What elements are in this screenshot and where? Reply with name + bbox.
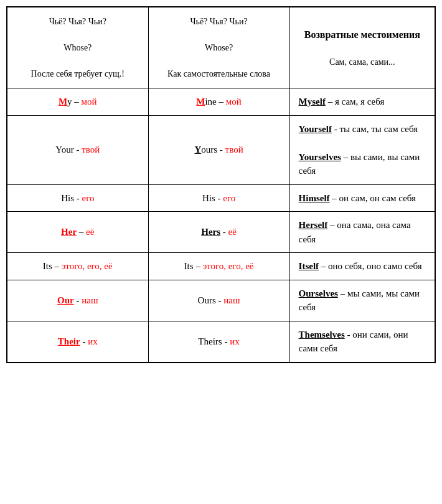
cell-itself: Itself – оно себя, оно само себя [289, 253, 435, 280]
header-col1-line1: Чьё? Чья? Чьи? [14, 15, 142, 28]
table-row: Her – её Hers - её Herself – она сама, о… [7, 212, 435, 253]
cell-himself: Himself – он сам, он сам себя [289, 184, 435, 212]
cell-myself: Myself – я сам, я себя [289, 88, 435, 116]
cell-themselves: Themselves - они сами, они сами себя [289, 321, 435, 363]
table-row: Our - наш Ours - наш Ourselves – мы сами… [7, 280, 435, 321]
our-dash: - [74, 295, 82, 305]
header-col3: Возвратные местоимения Сам, сама, сами..… [289, 7, 435, 88]
cell-my: My – мой [7, 88, 148, 116]
header-col3-title: Возвратные местоимения [296, 27, 428, 42]
theirs-pronoun: Theirs [198, 336, 222, 346]
my-pronoun-prefix: M [59, 97, 67, 107]
cell-his-ind: His - его [148, 184, 289, 212]
header-col2-line3: Как самостоятельные слова [155, 67, 283, 80]
its-poss-pronoun: Its [43, 261, 52, 271]
header-col1: Чьё? Чья? Чьи? Whose? После себя требует… [7, 7, 148, 88]
table-row: My – мой Mine – мой Myself – я сам, я се… [7, 88, 435, 116]
cell-its-ind: Its – этого, его, её [148, 253, 289, 280]
main-table-container: Чьё? Чья? Чьи? Whose? После себя требует… [6, 6, 436, 363]
itself-pronoun: Itself [299, 261, 319, 271]
table-row: Its – этого, его, её Its – этого, его, е… [7, 253, 435, 280]
her-poss-pronoun: Her [61, 227, 77, 237]
cell-herself: Herself – она сама, она сама себя [289, 212, 435, 253]
its-ind-translation: этого, его, её [203, 261, 254, 271]
yourself-translation: - ты сам, ты сам себя [332, 124, 418, 134]
his-poss-pronoun: His [61, 193, 74, 203]
header-col2-line2: Whose? [155, 41, 283, 54]
his-poss-translation: его [82, 193, 94, 203]
its-poss-translation: этого, его, её [62, 261, 113, 271]
cell-their: Their - их [7, 321, 148, 363]
table-row: Their - их Theirs - их Themselves - они … [7, 321, 435, 363]
cell-her-poss: Her – её [7, 212, 148, 253]
myself-pronoun: Myself [299, 97, 326, 107]
ourselves-pronoun: Ourselves [299, 288, 338, 298]
theirs-translation: их [230, 336, 240, 346]
yourself-pronoun: Yourself [299, 124, 332, 134]
cell-ourselves: Ourselves – мы сами, мы сами себя [289, 280, 435, 321]
his-ind-translation: его [223, 193, 235, 203]
pronouns-table: Чьё? Чья? Чьи? Whose? После себя требует… [6, 6, 436, 363]
our-pronoun: Our [57, 295, 74, 305]
header-col3-subtitle: Сам, сама, сами... [296, 55, 428, 69]
my-pronoun-rest: y [67, 97, 72, 107]
mine-pronoun-prefix: M [196, 97, 205, 107]
hers-translation: её [228, 227, 237, 237]
your-translation: твой [82, 145, 100, 155]
himself-pronoun: Himself [299, 193, 330, 203]
cell-your: Your - твой [7, 115, 148, 184]
cell-mine: Mine – мой [148, 88, 289, 116]
cell-hers: Hers - её [148, 212, 289, 253]
mine-pronoun-rest: ine [205, 97, 216, 107]
its-ind-pronoun: Its [184, 261, 194, 271]
cell-yours: Yours - твой [148, 115, 289, 184]
their-dash: - [80, 336, 88, 346]
ours-translation: наш [223, 295, 240, 305]
cell-ours: Ours - наш [148, 280, 289, 321]
itself-translation: – оно себя, оно само себя [319, 261, 422, 271]
yourselves-pronoun: Yourselves [299, 152, 341, 162]
our-translation: наш [82, 295, 98, 305]
themselves-pronoun: Themselves [299, 330, 345, 340]
herself-pronoun: Herself [299, 220, 328, 230]
hers-pronoun: Hers [201, 227, 220, 237]
header-col2: Чьё? Чья? Чьи? Whose? Как самостоятельны… [148, 7, 289, 88]
cell-his-poss: His - его [7, 184, 148, 212]
cell-theirs: Theirs - их [148, 321, 289, 363]
their-pronoun: Their [58, 336, 80, 346]
my-translation: мой [82, 97, 97, 107]
hers-dash: - [220, 227, 228, 237]
your-pronoun: Your [55, 145, 73, 155]
cell-its-poss: Its – этого, его, её [7, 253, 148, 280]
mine-translation: мой [226, 97, 242, 107]
cell-our: Our - наш [7, 280, 148, 321]
yours-pronoun: Y [194, 145, 201, 155]
her-poss-translation: её [86, 227, 94, 237]
header-col2-line1: Чьё? Чья? Чьи? [155, 15, 283, 28]
their-translation: их [88, 336, 98, 346]
table-row: His - его His - его Himself – он сам, он… [7, 184, 435, 212]
himself-translation: – он сам, он сам себя [330, 193, 416, 203]
header-col1-line3: После себя требует сущ.! [14, 67, 142, 80]
header-col1-line2: Whose? [14, 41, 142, 54]
yours-rest: ours [201, 145, 217, 155]
myself-translation: – я сам, я себя [326, 97, 384, 107]
cell-yourself: Yourself - ты сам, ты сам себя Yourselve… [289, 115, 435, 184]
his-ind-pronoun: His [202, 193, 215, 203]
ours-pronoun: Ours [198, 295, 216, 305]
table-row: Your - твой Yours - твой Yourself - ты с… [7, 115, 435, 184]
yours-translation: твой [225, 145, 243, 155]
her-poss-dash: – [77, 227, 86, 237]
